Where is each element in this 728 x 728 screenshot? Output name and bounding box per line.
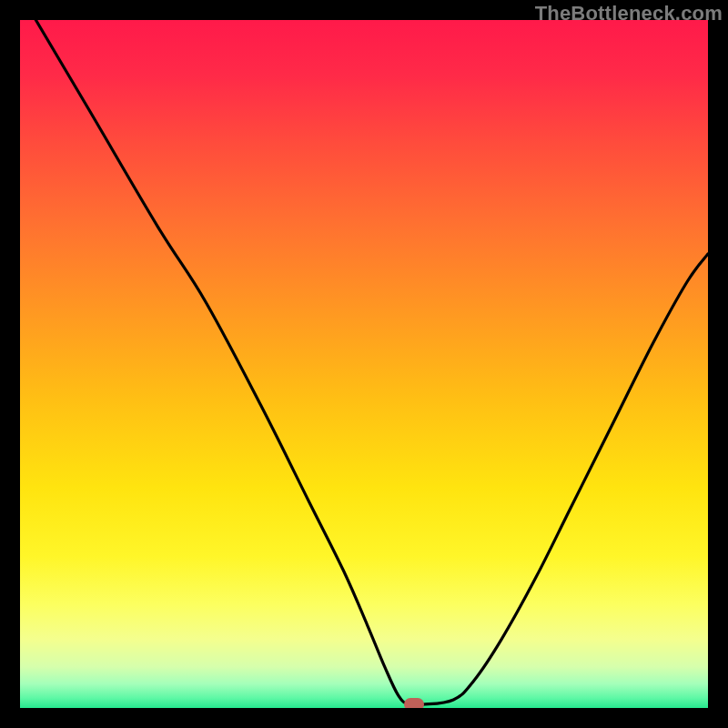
optimal-marker — [404, 698, 424, 708]
bottleneck-curve — [35, 20, 708, 705]
plot-area — [20, 20, 708, 708]
chart-frame — [20, 20, 708, 708]
curve-layer — [20, 20, 708, 708]
watermark-text: TheBottleneck.com — [535, 2, 723, 25]
